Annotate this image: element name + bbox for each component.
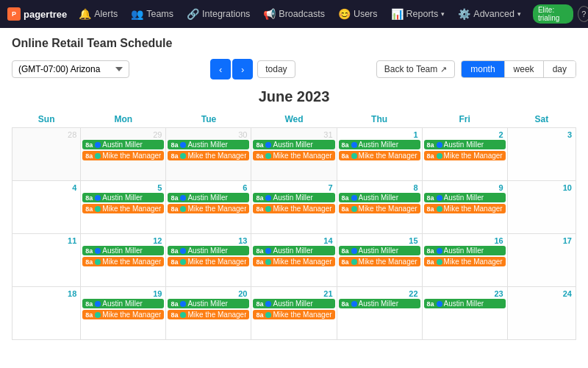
- calendar-day[interactable]: 11: [12, 234, 81, 287]
- view-week-button[interactable]: week: [505, 61, 544, 77]
- event-dot-icon: [180, 206, 186, 212]
- nav-arrows: ‹ ›: [210, 59, 253, 79]
- calendar-day[interactable]: 168aAustin Miller8aMike the Manager: [422, 234, 507, 287]
- calendar-day[interactable]: 3: [507, 128, 576, 181]
- calendar-event[interactable]: 8aAustin Miller: [253, 193, 334, 202]
- calendar-event[interactable]: 8aAustin Miller: [424, 246, 506, 255]
- prev-button[interactable]: ‹: [210, 59, 231, 79]
- nav-broadcasts[interactable]: 📢 Broadcasts: [257, 0, 331, 28]
- calendar-day[interactable]: 198aAustin Miller8aMike the Manager: [81, 287, 166, 340]
- calendar-event[interactable]: 8aMike the Manager: [339, 204, 420, 213]
- toolbar: (GMT-07:00) Arizona ‹ › today Back to Te…: [12, 59, 576, 79]
- calendar-day[interactable]: 68aAustin Miller8aMike the Manager: [166, 181, 251, 234]
- calendar-event[interactable]: 8aAustin Miller: [82, 140, 164, 149]
- calendar-day[interactable]: 308aAustin Miller8aMike the Manager: [166, 128, 251, 181]
- calendar-event[interactable]: 8aMike the Manager: [253, 204, 334, 213]
- calendar-event[interactable]: 8aAustin Miller: [168, 140, 249, 149]
- nav-alerts[interactable]: 🔔 Alerts: [73, 0, 123, 28]
- calendar-day[interactable]: 28aAustin Miller8aMike the Manager: [422, 128, 507, 181]
- next-button[interactable]: ›: [232, 59, 253, 79]
- event-person-name: Mike the Manager: [102, 311, 161, 319]
- nav-users[interactable]: 😊 Users: [332, 0, 384, 28]
- nav-teams[interactable]: 👥 Teams: [125, 0, 179, 28]
- calendar-event[interactable]: 8aMike the Manager: [82, 151, 164, 160]
- calendar-day[interactable]: 138aAustin Miller8aMike the Manager: [166, 234, 251, 287]
- calendar-event[interactable]: 8aMike the Manager: [253, 257, 334, 266]
- calendar-day[interactable]: 24: [507, 287, 576, 340]
- calendar-event[interactable]: 8aAustin Miller: [253, 246, 334, 255]
- calendar-event[interactable]: 8aMike the Manager: [82, 204, 164, 213]
- calendar-event[interactable]: 8aMike the Manager: [339, 151, 420, 160]
- event-dot-icon: [437, 153, 442, 159]
- calendar-event[interactable]: 8aMike the Manager: [424, 151, 506, 160]
- event-dot-icon: [180, 301, 186, 307]
- calendar-day[interactable]: 158aAustin Miller8aMike the Manager: [337, 234, 422, 287]
- calendar-day[interactable]: 18aAustin Miller8aMike the Manager: [337, 128, 422, 181]
- calendar-event[interactable]: 8aAustin Miller: [82, 193, 164, 202]
- calendar-day[interactable]: 238aAustin Miller: [422, 287, 507, 340]
- back-to-team-button[interactable]: Back to Team ↗: [376, 60, 455, 78]
- calendar-event[interactable]: 8aAustin Miller: [424, 140, 506, 149]
- calendar-day[interactable]: 98aAustin Miller8aMike the Manager: [422, 181, 507, 234]
- calendar-day[interactable]: 128aAustin Miller8aMike the Manager: [81, 234, 166, 287]
- calendar-event[interactable]: 8aMike the Manager: [253, 151, 334, 160]
- date-number: 31: [253, 130, 334, 140]
- calendar-event[interactable]: 8aAustin Miller: [168, 299, 249, 308]
- calendar-event[interactable]: 8aAustin Miller: [253, 140, 334, 149]
- calendar-event[interactable]: 8aAustin Miller: [82, 246, 164, 255]
- calendar-event[interactable]: 8aAustin Miller: [168, 193, 249, 202]
- calendar-day[interactable]: 318aAustin Miller8aMike the Manager: [251, 128, 337, 181]
- calendar-event[interactable]: 8aMike the Manager: [168, 257, 249, 266]
- calendar-event[interactable]: 8aAustin Miller: [168, 246, 249, 255]
- event-person-name: Austin Miller: [187, 141, 227, 149]
- calendar-event[interactable]: 8aAustin Miller: [339, 299, 420, 308]
- event-dot-icon: [351, 301, 357, 307]
- calendar-day[interactable]: 208aAustin Miller8aMike the Manager: [166, 287, 251, 340]
- view-day-button[interactable]: day: [544, 61, 576, 77]
- calendar-day[interactable]: 228aAustin Miller: [337, 287, 422, 340]
- calendar-day[interactable]: 18: [12, 287, 81, 340]
- calendar-event[interactable]: 8aMike the Manager: [168, 151, 249, 160]
- calendar-event[interactable]: 8aAustin Miller: [82, 299, 164, 308]
- calendar-event[interactable]: 8aAustin Miller: [424, 193, 506, 202]
- event-dot-icon: [437, 142, 442, 148]
- event-time: 8a: [171, 300, 178, 308]
- nav-integrations[interactable]: 🔗 Integrations: [181, 0, 256, 28]
- calendar-day[interactable]: 17: [507, 234, 576, 287]
- brand[interactable]: P pagertree: [7, 7, 67, 21]
- calendar-day[interactable]: 4: [12, 181, 81, 234]
- calendar-event[interactable]: 8aAustin Miller: [339, 246, 420, 255]
- calendar-day[interactable]: 58aAustin Miller8aMike the Manager: [81, 181, 166, 234]
- help-button[interactable]: ?: [578, 6, 588, 22]
- calendar-day[interactable]: 78aAustin Miller8aMike the Manager: [251, 181, 337, 234]
- timezone-select[interactable]: (GMT-07:00) Arizona: [12, 60, 129, 78]
- calendar-event[interactable]: 8aMike the Manager: [424, 257, 506, 266]
- view-month-button[interactable]: month: [462, 61, 504, 77]
- calendar-event[interactable]: 8aAustin Miller: [253, 299, 334, 308]
- calendar-event[interactable]: 8aMike the Manager: [253, 310, 334, 319]
- today-button[interactable]: today: [257, 60, 295, 78]
- calendar-event[interactable]: 8aMike the Manager: [168, 204, 249, 213]
- event-dot-icon: [95, 153, 101, 159]
- calendar-event[interactable]: 8aAustin Miller: [339, 193, 420, 202]
- calendar-event[interactable]: 8aAustin Miller: [424, 299, 506, 308]
- calendar-event[interactable]: 8aMike the Manager: [168, 310, 249, 319]
- day-header-wed: Wed: [251, 111, 337, 128]
- day-header-tue: Tue: [166, 111, 251, 128]
- calendar-day[interactable]: 28: [12, 128, 81, 181]
- calendar-event[interactable]: 8aAustin Miller: [339, 140, 420, 149]
- nav-advanced[interactable]: ⚙️ Advanced ▾: [452, 0, 527, 28]
- calendar-event[interactable]: 8aMike the Manager: [82, 310, 164, 319]
- calendar-event[interactable]: 8aMike the Manager: [424, 204, 506, 213]
- calendar-event[interactable]: 8aMike the Manager: [339, 257, 420, 266]
- page-content: Online Retail Team Schedule (GMT-07:00) …: [0, 28, 588, 349]
- event-time: 8a: [427, 205, 434, 213]
- calendar-event[interactable]: 8aMike the Manager: [82, 257, 164, 266]
- nav-reports[interactable]: 📊 Reports ▾: [385, 0, 451, 28]
- calendar-day[interactable]: 218aAustin Miller8aMike the Manager: [251, 287, 337, 340]
- calendar-day[interactable]: 10: [507, 181, 576, 234]
- calendar-day[interactable]: 298aAustin Miller8aMike the Manager: [81, 128, 166, 181]
- calendar-day[interactable]: 148aAustin Miller8aMike the Manager: [251, 234, 337, 287]
- calendar-day[interactable]: 88aAustin Miller8aMike the Manager: [337, 181, 422, 234]
- event-dot-icon: [265, 301, 271, 307]
